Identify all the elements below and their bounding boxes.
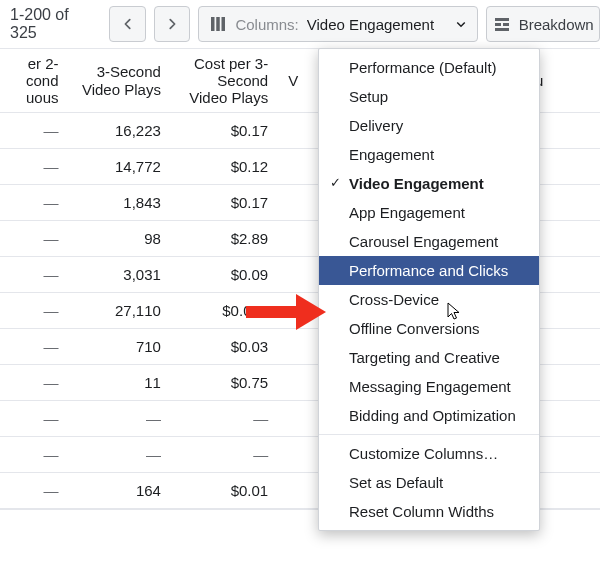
cell: $0.17 xyxy=(171,122,278,139)
cell: 710 xyxy=(68,338,170,355)
cell: 16,223 xyxy=(68,122,170,139)
cell: $0.12 xyxy=(171,158,278,175)
cell: 1,843 xyxy=(68,194,170,211)
cell: $0.01 xyxy=(171,482,278,499)
svg-rect-1 xyxy=(217,17,221,31)
col-header[interactable]: Cost per 3-SecondVideo Plays xyxy=(171,49,278,113)
menu-item[interactable]: Performance (Default) xyxy=(319,53,539,82)
chevron-right-icon xyxy=(165,17,179,31)
menu-item[interactable]: Targeting and Creative xyxy=(319,343,539,372)
cell: — xyxy=(0,302,68,319)
chevron-left-icon xyxy=(121,17,135,31)
cell: — xyxy=(171,446,278,463)
cell: — xyxy=(0,230,68,247)
cell: — xyxy=(0,374,68,391)
cell: $0.75 xyxy=(171,374,278,391)
cell: — xyxy=(0,266,68,283)
menu-item[interactable]: Bidding and Optimization xyxy=(319,401,539,430)
svg-rect-4 xyxy=(495,23,501,26)
cell: — xyxy=(0,482,68,499)
pagination-range: 1-200 of 325 xyxy=(6,6,101,42)
menu-item[interactable]: Delivery xyxy=(319,111,539,140)
cell: $2.89 xyxy=(171,230,278,247)
col-header[interactable]: 3-SecondVideo Plays xyxy=(68,57,170,104)
breakdown-dropdown[interactable]: Breakdown xyxy=(486,6,600,42)
svg-rect-0 xyxy=(211,17,215,31)
cell: — xyxy=(0,194,68,211)
cell: 98 xyxy=(68,230,170,247)
menu-separator xyxy=(319,434,539,435)
prev-page-button[interactable] xyxy=(109,6,145,42)
cell: 11 xyxy=(68,374,170,391)
columns-preset-menu: Performance (Default)SetupDeliveryEngage… xyxy=(318,48,540,531)
breakdown-icon xyxy=(493,15,511,33)
menu-item[interactable]: Engagement xyxy=(319,140,539,169)
toolbar: 1-200 of 325 Columns: Video Engagement B… xyxy=(0,0,600,48)
columns-label: Columns: xyxy=(235,16,298,33)
menu-item[interactable]: Video Engagement xyxy=(319,169,539,198)
chevron-down-icon xyxy=(455,18,467,30)
svg-rect-6 xyxy=(495,28,509,31)
cell: 164 xyxy=(68,482,170,499)
cell: $0.17 xyxy=(171,194,278,211)
menu-item[interactable]: Setup xyxy=(319,82,539,111)
cell: — xyxy=(171,410,278,427)
cell: $0.03 xyxy=(171,338,278,355)
cell: — xyxy=(0,122,68,139)
menu-item[interactable]: Cross-Device xyxy=(319,285,539,314)
menu-item[interactable]: Messaging Engagement xyxy=(319,372,539,401)
menu-item[interactable]: Customize Columns… xyxy=(319,439,539,468)
columns-dropdown[interactable]: Columns: Video Engagement xyxy=(198,6,478,42)
menu-item[interactable]: Reset Column Widths xyxy=(319,497,539,526)
menu-item[interactable]: App Engagement xyxy=(319,198,539,227)
cell: $0.09 xyxy=(171,266,278,283)
columns-value: Video Engagement xyxy=(307,16,434,33)
menu-item[interactable]: Set as Default xyxy=(319,468,539,497)
cell: — xyxy=(68,410,170,427)
cell: — xyxy=(0,158,68,175)
col-header[interactable]: er 2-conduous xyxy=(0,49,68,113)
cell: 27,110 xyxy=(68,302,170,319)
menu-item[interactable]: Carousel Engagement xyxy=(319,227,539,256)
cell: — xyxy=(0,338,68,355)
breakdown-label: Breakdown xyxy=(519,16,594,33)
cell: 3,031 xyxy=(68,266,170,283)
menu-item[interactable]: Offline Conversions xyxy=(319,314,539,343)
columns-icon xyxy=(209,15,227,33)
next-page-button[interactable] xyxy=(154,6,190,42)
svg-rect-5 xyxy=(503,23,509,26)
cell: $0.004 xyxy=(171,302,278,319)
cell: — xyxy=(68,446,170,463)
cell: — xyxy=(0,446,68,463)
svg-rect-2 xyxy=(222,17,226,31)
svg-rect-3 xyxy=(495,18,509,21)
cell: — xyxy=(0,410,68,427)
menu-item[interactable]: Performance and Clicks xyxy=(319,256,539,285)
cell: 14,772 xyxy=(68,158,170,175)
